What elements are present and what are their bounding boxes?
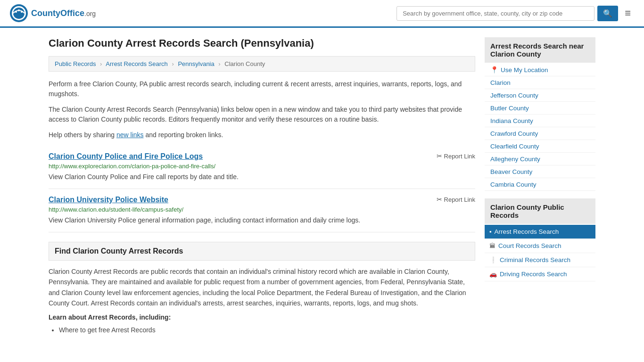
report-label-1: Report Link bbox=[444, 196, 475, 203]
sidebar-nearby-beaver[interactable]: Beaver County bbox=[485, 165, 595, 178]
desc3-suffix: and reporting broken links. bbox=[144, 131, 223, 139]
court-records-icon: 🏛 bbox=[489, 242, 495, 249]
description-2: The Clarion County Arrest Records Search… bbox=[49, 105, 475, 124]
use-my-location-link[interactable]: Use My Location bbox=[501, 66, 548, 74]
link-card-header-1: Clarion University Police Website ✂ Repo… bbox=[49, 196, 475, 204]
sidebar-nearby-indiana[interactable]: Indiana County bbox=[485, 115, 595, 127]
driving-records-link[interactable]: Driving Records Search bbox=[500, 271, 567, 278]
find-body-text: Clarion County Arrest Records are public… bbox=[49, 266, 475, 309]
find-section: Find Clarion County Arrest Records Clari… bbox=[49, 242, 475, 336]
criminal-records-link[interactable]: Criminal Records Search bbox=[500, 256, 570, 263]
link-card-1: Clarion University Police Website ✂ Repo… bbox=[49, 189, 475, 232]
link-desc-1: View Clarion University Police general i… bbox=[49, 215, 475, 225]
breadcrumb-sep-2: › bbox=[172, 60, 173, 67]
sidebar-nearby-title: Arrest Records Search near Clarion Count… bbox=[485, 37, 595, 63]
link-desc-0: View Clarion County Police and Fire call… bbox=[49, 172, 475, 182]
logo-area: CountyOffice.org bbox=[9, 4, 96, 23]
hamburger-icon: ≡ bbox=[625, 7, 631, 19]
bullet-list: Where to get free Arrest Records bbox=[49, 325, 475, 336]
desc3-prefix: Help others by sharing bbox=[49, 131, 116, 139]
menu-button[interactable]: ≡ bbox=[621, 5, 635, 21]
sidebar-nearby-cambria[interactable]: Cambria County bbox=[485, 178, 595, 191]
page-title: Clarion County Arrest Records Search (Pe… bbox=[49, 37, 475, 49]
search-area: 🔍 ≡ bbox=[396, 5, 635, 21]
report-label-0: Report Link bbox=[444, 153, 475, 160]
search-input[interactable] bbox=[396, 6, 594, 21]
report-icon-1: ✂ bbox=[437, 196, 442, 203]
court-records-link[interactable]: Court Records Search bbox=[498, 242, 561, 249]
pin-icon: 📍 bbox=[490, 66, 498, 74]
sidebar-nearby-butler[interactable]: Butler County bbox=[485, 102, 595, 115]
header: CountyOffice.org 🔍 ≡ bbox=[0, 0, 644, 28]
breadcrumb-arrest-records[interactable]: Arrest Records Search bbox=[106, 60, 168, 67]
sidebar-use-location[interactable]: 📍 Use My Location bbox=[485, 64, 595, 76]
breadcrumb-pennsylvania[interactable]: Pennsylvania bbox=[178, 60, 214, 67]
sidebar: Arrest Records Search near Clarion Count… bbox=[485, 37, 595, 336]
breadcrumb-public-records[interactable]: Public Records bbox=[55, 60, 96, 67]
new-links-link[interactable]: new links bbox=[116, 131, 144, 139]
link-cards: Clarion County Police and Fire Police Lo… bbox=[49, 146, 475, 232]
link-card-header-0: Clarion County Police and Fire Police Lo… bbox=[49, 152, 475, 161]
arrest-records-link[interactable]: Arrest Records Search bbox=[495, 228, 559, 235]
sidebar-nearby-links: 📍 Use My Location Clarion Jefferson Coun… bbox=[485, 64, 595, 191]
sidebar-nearby-allegheny[interactable]: Allegheny County bbox=[485, 153, 595, 165]
sidebar-public-records-title: Clarion County Public Records bbox=[485, 198, 595, 224]
svg-point-4 bbox=[21, 11, 23, 13]
logo-text: CountyOffice.org bbox=[31, 8, 96, 18]
arrest-records-icon: ▪ bbox=[489, 228, 492, 235]
logo-icon bbox=[9, 4, 28, 23]
report-link-0[interactable]: ✂ Report Link bbox=[437, 152, 475, 160]
criminal-records-icon: ❕ bbox=[489, 256, 497, 263]
learn-title: Learn about Arrest Records, including: bbox=[49, 313, 475, 321]
sidebar-nearby-crawford[interactable]: Crawford County bbox=[485, 127, 595, 140]
svg-point-2 bbox=[15, 11, 17, 13]
search-icon: 🔍 bbox=[603, 9, 612, 17]
link-card-0: Clarion County Police and Fire Police Lo… bbox=[49, 146, 475, 189]
pub-record-1[interactable]: 🏛 Court Records Search bbox=[485, 239, 595, 253]
breadcrumb-clarion-county: Clarion County bbox=[224, 60, 265, 67]
link-title-1[interactable]: Clarion University Police Website bbox=[49, 196, 168, 204]
report-icon-0: ✂ bbox=[437, 152, 442, 160]
pub-record-0[interactable]: ▪ Arrest Records Search bbox=[485, 225, 595, 239]
breadcrumb: Public Records › Arrest Records Search ›… bbox=[49, 56, 475, 72]
description-3: Help others by sharing new links and rep… bbox=[49, 130, 475, 140]
bullet-item-0: Where to get free Arrest Records bbox=[59, 325, 475, 336]
pub-records-list: ▪ Arrest Records Search 🏛 Court Records … bbox=[485, 225, 595, 281]
pub-record-2[interactable]: ❕ Criminal Records Search bbox=[485, 253, 595, 267]
pub-record-3[interactable]: 🚗 Driving Records Search bbox=[485, 267, 595, 281]
link-title-0[interactable]: Clarion County Police and Fire Police Lo… bbox=[49, 152, 203, 161]
main-content: Clarion County Arrest Records Search (Pe… bbox=[49, 37, 475, 336]
svg-point-3 bbox=[18, 9, 20, 11]
sidebar-nearby-jefferson[interactable]: Jefferson County bbox=[485, 89, 595, 102]
link-url-1[interactable]: http://www.clarion.edu/student-life/camp… bbox=[49, 206, 475, 213]
sidebar-nearby-clarion[interactable]: Clarion bbox=[485, 76, 595, 89]
description-1: Perform a free Clarion County, PA public… bbox=[49, 79, 475, 99]
breadcrumb-sep-3: › bbox=[218, 60, 220, 67]
breadcrumb-sep-1: › bbox=[100, 60, 102, 67]
content-wrapper: Clarion County Arrest Records Search (Pe… bbox=[39, 28, 605, 345]
driving-records-icon: 🚗 bbox=[489, 271, 497, 278]
link-url-0[interactable]: http://www.exploreclarion.com/clarion-pa… bbox=[49, 163, 475, 170]
report-link-1[interactable]: ✂ Report Link bbox=[437, 196, 475, 203]
find-header: Find Clarion County Arrest Records bbox=[49, 242, 475, 261]
sidebar-nearby-clearfield[interactable]: Clearfield County bbox=[485, 140, 595, 153]
search-button[interactable]: 🔍 bbox=[597, 6, 618, 21]
